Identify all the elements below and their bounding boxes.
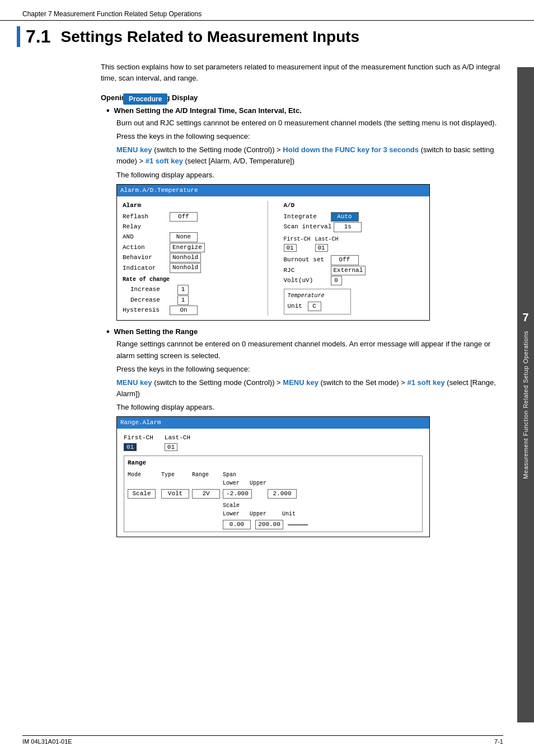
first-ch-group: First-CH 01 (284, 235, 311, 253)
and-label: AND (123, 232, 167, 242)
bullet1-body: Burn out and RJC settings cannnot be ent… (106, 118, 503, 321)
reflash-label: Reflash (123, 212, 167, 222)
range-section-label: Range (128, 458, 419, 468)
scale-values: 0.00 200.00 (128, 520, 419, 529)
range-display-content: First-CH 01 Last-CH 01 (117, 429, 429, 537)
first-ch-value: 01 (284, 244, 297, 252)
volt-value: 0 (331, 276, 342, 285)
seq-text-1: (switch to the Setting mode (Control)) > (154, 145, 283, 154)
range-values: Scale Volt 2V -2.000 2.000 (128, 489, 419, 499)
alarm-section-label: Alarm (123, 201, 263, 210)
integrate-value: Auto (331, 212, 359, 222)
rjc-value: External (331, 266, 366, 275)
range-first-ch-label: First-CH (124, 433, 153, 443)
bullet2-line1: Range settings cannnot be entered on 0 m… (116, 339, 503, 361)
decrease-row: Decrease 1 (123, 295, 263, 305)
indicator-value: Nonhold (170, 263, 201, 273)
temp-unit-row: Unit C (288, 302, 347, 311)
bullet2-display-appears: The following display appears. (116, 402, 503, 413)
alarm-right-panel: A/D Integrate Auto Scan interval 1s (279, 201, 424, 316)
bullet2-key-sequence: MENU key (switch to the Setting mode (Co… (116, 377, 503, 400)
last-ch-group: Last-CH 01 (315, 235, 339, 253)
page-footer: IM 04L31A01-01E 7-1 (22, 735, 503, 745)
type-value: Volt (161, 489, 189, 499)
scale-unit-value (288, 524, 308, 525)
increase-value: 1 (177, 285, 189, 294)
bullet2-header: • When Setting the Range (106, 327, 503, 336)
span-upper-header: Upper (250, 479, 266, 488)
alarm-left-panel: Alarm Reflash Off Relay A (123, 201, 268, 316)
scale-upper-header: Upper (250, 510, 278, 519)
and-row: AND None (123, 232, 263, 242)
mode-value: Scale (128, 489, 156, 499)
content-area: This section explains how to set paramet… (0, 53, 534, 565)
rate-label: Rate of change (123, 275, 263, 284)
range-frame: Range Mode Type Range Span (124, 456, 423, 532)
soft-key-1: #1 soft key (146, 157, 183, 165)
scan-label: Scan interval (284, 222, 332, 232)
action-row: Action Energize (123, 243, 263, 252)
soft-key-2: #1 soft key (407, 378, 445, 387)
bullet2-line2: Press the keys in the following sequence… (116, 364, 503, 375)
section-title: Settings Related to Measurement Inputs (60, 28, 359, 46)
ch-row: First-CH 01 Last-CH 01 (284, 235, 424, 253)
side-number: 7 (522, 311, 528, 324)
increase-label: Increase (130, 285, 175, 294)
action-value: Energize (170, 243, 205, 252)
range-display-title: Range.Alarm (117, 417, 429, 429)
seq2-text-2: (switch to the Set mode) > (321, 378, 407, 387)
bullet1-key-sequence: MENU key (switch to the Setting mode (Co… (116, 144, 503, 167)
burnout-label: Burnout set (284, 255, 329, 265)
bullet1-display-appears: The following display appears. (116, 170, 503, 181)
and-value: None (170, 232, 198, 242)
side-label: 7 Measurement Function Related Setup Ope… (517, 67, 534, 722)
integrate-label: Integrate (284, 212, 329, 222)
range-last-ch-value: 01 (165, 443, 177, 451)
temp-section-label: Temperature (288, 292, 347, 300)
scale-headers: Scale Lower Upper Unit (128, 501, 419, 519)
scale-lower-value: 0.00 (223, 520, 251, 529)
scan-value: 1s (334, 222, 362, 232)
alarm-display-box: Alarm.A/D.Temperature Alarm Reflash Off (116, 184, 430, 321)
temp-unit-label: Unit (288, 302, 306, 311)
hysteresis-value: On (170, 306, 198, 315)
bullet-item-2: • When Setting the Range Range settings … (106, 327, 503, 537)
hysteresis-label: Hysteresis (123, 306, 167, 315)
menu-key-1: MENU key (116, 145, 152, 154)
behavior-row: Behavior Nonhold (123, 253, 263, 262)
volt-label: Volt(uV) (284, 276, 329, 285)
indicator-label: Indicator (123, 264, 167, 273)
procedure-badge: Procedure (123, 93, 167, 105)
first-ch-label: First-CH (284, 235, 311, 244)
range-last-ch-group: Last-CH 01 (165, 433, 190, 452)
temp-unit-value: C (308, 302, 321, 311)
range-headers: Mode Type Range Span Lower Upper (128, 471, 419, 488)
indicator-row: Indicator Nonhold (123, 263, 263, 273)
seq2-text-1: (switch to the Setting mode (Control)) > (154, 378, 283, 387)
alarm-display-content: Alarm Reflash Off Relay A (117, 196, 429, 321)
span-sub-headers: Lower Upper (223, 479, 312, 488)
relay-row: Relay (123, 222, 263, 232)
bullet-dot-1: • (106, 106, 110, 115)
behavior-label: Behavior (123, 253, 167, 262)
span-lower-value: -2.000 (223, 489, 252, 499)
ad-section-label: A/D (284, 201, 424, 210)
decrease-label: Decrease (130, 295, 175, 305)
footer-right: 7-1 (494, 738, 503, 745)
burnout-row: Burnout set Off RJC External (284, 255, 424, 285)
reflash-row: Reflash Off (123, 212, 263, 222)
increase-row: Increase 1 (123, 285, 263, 294)
rate-section: Rate of change Increase 1 Decrease 1 (123, 275, 263, 305)
span-label: Span (223, 471, 312, 480)
behavior-value: Nonhold (170, 253, 201, 262)
range-value: 2V (192, 489, 220, 499)
volt-row: Volt(uV) 0 (284, 276, 424, 285)
menu-key-2a: MENU key (116, 378, 152, 387)
last-ch-value: 01 (315, 244, 328, 252)
span-lower-header: Lower (223, 479, 245, 488)
menu-key-2b: MENU key (283, 378, 318, 387)
bullet-dot-2: • (106, 327, 110, 336)
bullet1-line2: Press the keys in the following sequence… (116, 131, 503, 142)
span-group: Span Lower Upper (223, 471, 312, 488)
burnout-inner: Burnout set Off (284, 255, 424, 265)
